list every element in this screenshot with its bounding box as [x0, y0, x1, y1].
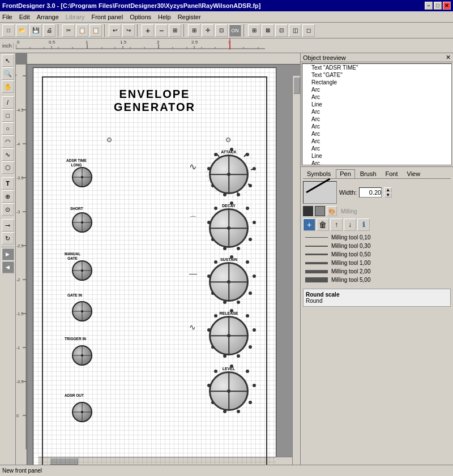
close-button[interactable]: ✕ — [443, 2, 451, 10]
mirror-button[interactable]: ⊡ — [215, 24, 228, 37]
tree-item-3[interactable]: Arc — [302, 86, 451, 93]
extra-tool1[interactable]: ▶ — [2, 248, 14, 260]
tree-item-5[interactable]: Line — [302, 101, 451, 108]
tree-item-10[interactable]: Arc — [302, 138, 451, 145]
sustain-knob[interactable] — [209, 262, 249, 302]
milling-tool-200[interactable]: Milling tool 2,00 — [303, 267, 451, 276]
menu-file[interactable]: File — [2, 14, 12, 20]
new-button[interactable]: □ — [2, 24, 15, 37]
jack-adsr-time[interactable] — [72, 167, 92, 187]
polygon-tool[interactable]: ⬡ — [2, 161, 14, 174]
level-knob[interactable] — [209, 371, 249, 411]
tab-view[interactable]: View — [403, 169, 425, 178]
add-action-button[interactable]: + — [303, 218, 315, 231]
release-knob[interactable] — [209, 316, 249, 355]
vertical-scrollbar[interactable] — [292, 76, 300, 465]
tb-extra3[interactable]: ⊡ — [275, 24, 288, 37]
menu-options[interactable]: Options — [130, 14, 151, 20]
tb-extra4[interactable]: ◫ — [289, 24, 301, 37]
color-swatch-1[interactable] — [303, 206, 313, 216]
arc-tool[interactable]: ◠ — [2, 135, 14, 148]
text-tool[interactable]: T — [2, 177, 14, 190]
milling-tool-030[interactable]: Milling tool 0,30 — [303, 242, 451, 250]
jack-adsr-out[interactable] — [72, 402, 92, 422]
menu-edit[interactable]: Edit — [19, 14, 30, 20]
pan-tool[interactable]: ✋ — [2, 80, 14, 93]
maximize-button[interactable]: □ — [434, 2, 442, 10]
tree-item-12[interactable]: Line — [302, 152, 451, 160]
tb-extra2[interactable]: ⊠ — [262, 24, 274, 37]
tab-pen[interactable]: Pen — [336, 169, 355, 178]
zoom-in-button[interactable]: + — [142, 24, 154, 37]
width-down-button[interactable]: ▼ — [384, 192, 392, 198]
line-tool[interactable]: / — [2, 96, 14, 109]
print-button[interactable]: 🖨 — [43, 24, 55, 37]
delete-action-button[interactable]: 🗑 — [317, 218, 329, 231]
jack-short[interactable] — [72, 212, 92, 233]
object-treeview-close[interactable]: ✕ — [446, 54, 451, 61]
tab-brush[interactable]: Brush — [356, 169, 381, 178]
jack-trigger-in[interactable] — [72, 345, 92, 366]
tab-font[interactable]: Font — [382, 169, 402, 178]
milling-tool-050[interactable]: Milling tool 0,50 — [303, 250, 451, 259]
move-up-button[interactable]: ↑ — [330, 218, 343, 231]
menu-frontpanel[interactable]: Front panel — [91, 14, 123, 20]
undo-button[interactable]: ↩ — [109, 24, 121, 37]
cut-button[interactable]: ✂ — [62, 24, 75, 37]
snap-button[interactable]: ✛ — [202, 24, 214, 37]
tree-item-8[interactable]: Arc — [302, 123, 451, 130]
jack-manual-gate[interactable] — [72, 260, 92, 281]
menu-help[interactable]: Help — [158, 14, 171, 20]
rect-tool[interactable]: □ — [2, 109, 14, 122]
zoom-fit-button[interactable]: ⊞ — [169, 24, 181, 37]
open-button[interactable]: 📂 — [16, 24, 28, 37]
color-picker-button[interactable]: 🎨 — [327, 206, 337, 216]
attack-knob[interactable] — [209, 155, 249, 194]
drill-tool[interactable]: ⊙ — [2, 203, 14, 216]
menu-register[interactable]: Register — [178, 14, 201, 20]
copy-button[interactable]: 📋 — [76, 24, 88, 37]
tree-item-1[interactable]: Text "GATE" — [302, 71, 451, 79]
milling-tool-010[interactable]: Milling tool 0,10 — [303, 233, 451, 242]
measure-tool[interactable]: ⊸ — [2, 219, 14, 231]
move-down-button[interactable]: ↓ — [344, 218, 356, 231]
paste-button[interactable]: 📋 — [89, 24, 102, 37]
tree-item-6[interactable]: Arc — [302, 108, 451, 115]
object-treeview[interactable]: Text "ADSR TIME" Text "GATE" Rectangle A… — [302, 63, 452, 165]
rotate-tool[interactable]: ↻ — [2, 232, 14, 245]
canvas-inner[interactable]: ENVELOPE GENERATOR ADSR TIMELONG SHORT — [27, 65, 300, 465]
canvas-area[interactable]: -5 -4.5 -4 -3.5 -3 -2.5 -2 -1.5 -1 -0.5 — [16, 53, 300, 465]
curve-tool[interactable]: ∿ — [2, 148, 14, 161]
tree-item-0[interactable]: Text "ADSR TIME" — [302, 64, 451, 71]
grid-button[interactable]: ⊞ — [188, 24, 200, 37]
select-tool[interactable]: ↖ — [2, 54, 14, 67]
tb-extra5[interactable]: ◻ — [302, 24, 315, 37]
milling-tool-100[interactable]: Milling tool 1,00 — [303, 259, 451, 267]
symbol-tool[interactable]: ⊕ — [2, 190, 14, 203]
tb-extra1[interactable]: ⊞ — [248, 24, 260, 37]
extra-tool2[interactable]: ◀ — [2, 261, 14, 273]
tree-item-13[interactable]: Arc — [302, 160, 451, 165]
redo-button[interactable]: ↪ — [122, 24, 135, 37]
color-swatch-2[interactable] — [315, 206, 325, 216]
tree-item-2[interactable]: Rectangle — [302, 79, 451, 86]
menu-arrange[interactable]: Arrange — [37, 14, 59, 20]
tree-item-4[interactable]: Arc — [302, 93, 451, 101]
circle-tool[interactable]: ○ — [2, 122, 14, 135]
tree-item-7[interactable]: Arc — [302, 115, 451, 123]
width-up-button[interactable]: ▲ — [384, 187, 392, 192]
decay-knob[interactable] — [209, 208, 249, 248]
menu-library[interactable]: Library — [66, 14, 85, 20]
zoom-tool[interactable]: 🔍 — [2, 67, 14, 80]
tree-item-11[interactable]: Arc — [302, 145, 451, 152]
zoom-out-button[interactable]: − — [155, 24, 168, 37]
tab-symbols[interactable]: Symbols — [303, 169, 335, 178]
milling-tool-500[interactable]: Milling tool 5,00 — [303, 276, 451, 284]
tree-item-9[interactable]: Arc — [302, 130, 451, 138]
info-button[interactable]: ℹ — [357, 218, 370, 231]
save-button[interactable]: 💾 — [29, 24, 42, 37]
layer-button[interactable]: ON — [229, 24, 241, 37]
jack-gate-in[interactable] — [72, 301, 92, 321]
width-input[interactable] — [359, 187, 382, 198]
minimize-button[interactable]: − — [425, 2, 433, 10]
